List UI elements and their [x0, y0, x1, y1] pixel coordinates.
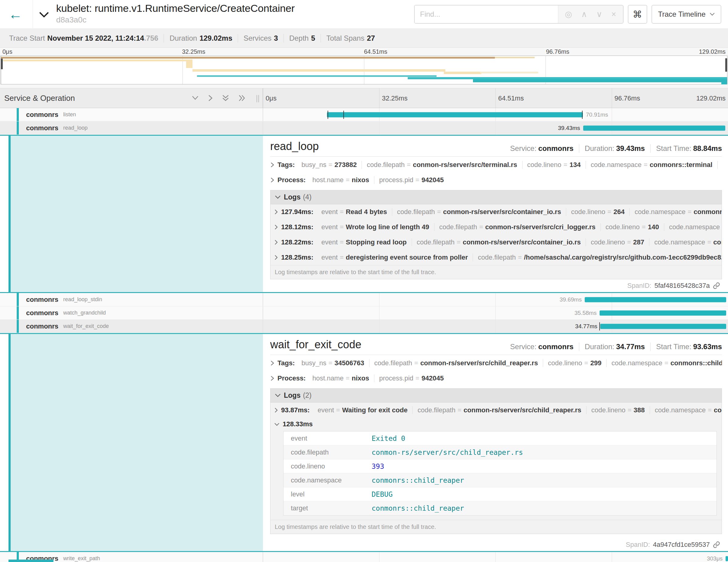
log-field-row: targetconmonrs::child_reaper: [284, 501, 716, 515]
span-bar-track[interactable]: 39.43ms: [263, 121, 728, 135]
trace-duration: Duration129.02ms: [164, 34, 238, 43]
process-row[interactable]: Process: host.name=nixosprocess.pid=9420…: [270, 173, 722, 187]
key-value-field: code.lineno=388: [586, 406, 650, 414]
key-value-field: code.lineno=140: [600, 223, 664, 231]
next-span-detail-edge: [9, 560, 53, 562]
span-row-read-loop-stdin[interactable]: conmonrs read_loop_stdin 39.69ms: [0, 293, 728, 306]
logs-note: Log timestamps are relative to the start…: [270, 520, 722, 534]
span-bar-track[interactable]: 34.77ms: [263, 320, 728, 333]
minimap-span-segment: [186, 60, 193, 68]
trace-services: Services3: [238, 34, 283, 43]
span-color-bar: [17, 121, 19, 135]
detail-meta: Service:conmonrs Duration:34.77ms Start …: [510, 342, 722, 351]
minimap-canvas[interactable]: [1, 56, 727, 84]
collapse-trace-chevron-icon[interactable]: [39, 12, 49, 18]
tags-row[interactable]: Tags: busy_ns=34506763code.filepath=conm…: [270, 356, 722, 370]
minimap-span-segment: [1, 57, 495, 59]
locate-icon[interactable]: ◎: [565, 9, 572, 19]
log-timestamp: 128.33ms: [283, 420, 313, 428]
span-row-write-exit-path[interactable]: conmonrs write_exit_path 303μs: [0, 552, 728, 562]
log-event-tick: [343, 111, 344, 119]
key-value-field: process.pid=942045: [374, 374, 449, 382]
minimap-span-segment: [480, 72, 538, 73]
span-color-bar: [17, 306, 19, 319]
span-duration-bar[interactable]: [726, 556, 728, 561]
service-operation-header: Service & Operation: [0, 88, 263, 108]
key-value-field: busy_ns=273882: [297, 161, 362, 169]
span-bar-track[interactable]: 39.69ms: [263, 293, 728, 306]
service-name: conmonrs: [26, 296, 58, 304]
span-detail-read-loop: read_loop Service:conmonrs Duration:39.4…: [0, 135, 728, 293]
span-bar-track[interactable]: 70.91ms: [263, 108, 728, 121]
chevron-down-icon: [274, 422, 280, 426]
span-row-wait-for-exit-code[interactable]: conmonrs wait_for_exit_code 34.77ms: [0, 320, 728, 333]
log-field-row: eventExited 0: [284, 431, 716, 445]
timeline-ruler: 0μs 32.25ms 64.51ms 96.76ms 129.02ms: [263, 88, 728, 108]
span-row-listen[interactable]: conmonrs listen 70.91ms: [0, 108, 728, 121]
span-duration-bar[interactable]: [600, 324, 726, 329]
view-selector-button[interactable]: Trace Timeline: [651, 5, 722, 24]
find-prev-icon[interactable]: ∧: [581, 9, 587, 19]
operation-name: write_exit_path: [63, 555, 100, 562]
service-name: conmonrs: [26, 111, 58, 119]
span-duration-label: 35.58ms: [574, 310, 597, 316]
span-row-read-loop[interactable]: conmonrs read_loop 39.43ms: [0, 121, 728, 135]
copy-link-icon[interactable]: [713, 541, 720, 548]
expand-all-icon[interactable]: [238, 94, 246, 102]
span-duration-bar[interactable]: [600, 310, 726, 315]
back-button[interactable]: ←: [5, 7, 26, 22]
process-row[interactable]: Process: host.name=nixosprocess.pid=9420…: [270, 371, 722, 385]
expand-one-icon[interactable]: [208, 94, 213, 102]
tags-row[interactable]: Tags: busy_ns=273882code.filepath=conmon…: [270, 158, 722, 172]
find-clear-icon[interactable]: ×: [611, 10, 616, 19]
logs-header[interactable]: Logs (4): [270, 190, 722, 204]
minimap-tick-labels: 0μs 32.25ms 64.51ms 96.76ms 129.02ms: [0, 48, 728, 56]
log-entry[interactable]: 128.25ms: event=deregistering event sour…: [270, 250, 722, 265]
log-fields-table: eventExited 0code.filepathconmon-rs/serv…: [283, 431, 717, 516]
key-value-field: code.lineno=299: [543, 359, 606, 367]
span-bar-track[interactable]: 303μs: [263, 552, 728, 562]
copy-link-icon[interactable]: [713, 282, 720, 289]
ruler-tick: 32.25ms: [379, 94, 407, 102]
span-bar-track[interactable]: 35.58ms: [263, 306, 728, 319]
chevron-right-icon: [270, 360, 274, 366]
ruler-tick: 64.51ms: [495, 94, 524, 102]
log-entry[interactable]: 128.22ms: event=Stopping read loopcode.f…: [270, 235, 722, 250]
log-entry-expanded[interactable]: 128.33ms: [270, 418, 722, 431]
span-duration-bar[interactable]: [327, 112, 583, 117]
span-row-watch-grandchild[interactable]: conmonrs watch_grandchild 35.58ms: [0, 306, 728, 320]
span-color-bar: [17, 320, 19, 333]
minimap-right-handle[interactable]: [725, 58, 727, 72]
log-event-tick: [582, 111, 583, 119]
log-timestamp: 128.22ms:: [281, 238, 313, 246]
minimap-span-segment: [3, 60, 192, 61]
span-id-value: 4a947cfd1ce59537: [653, 541, 710, 549]
minimap-left-handle[interactable]: [1, 57, 3, 69]
jaeger-trace-timeline-page: ← kubelet: runtime.v1.RuntimeService/Cre…: [0, 0, 728, 562]
keyboard-shortcuts-button[interactable]: ⌘: [628, 5, 647, 24]
service-operation-label: Service & Operation: [4, 94, 75, 103]
find-next-icon[interactable]: ∨: [596, 9, 602, 19]
trace-start: Trace StartNovember 15 2022, 11:24:14.75…: [4, 34, 164, 43]
log-field-row: levelDEBUG: [284, 487, 716, 501]
log-field-row: code.lineno393: [284, 459, 716, 473]
span-duration-label: 303μs: [707, 555, 723, 562]
span-duration-bar[interactable]: [585, 297, 726, 302]
minimap-tick: 129.02ms: [699, 48, 726, 55]
column-resize-grip[interactable]: [257, 95, 259, 102]
log-entry[interactable]: 93.87ms: event=Waiting for exit codecode…: [270, 403, 722, 418]
find-input[interactable]: [415, 5, 558, 23]
logs-header[interactable]: Logs (2): [270, 389, 722, 403]
logs-note: Log timestamps are relative to the start…: [270, 265, 722, 279]
collapse-all-icon[interactable]: [222, 94, 229, 102]
service-name: conmonrs: [26, 309, 58, 317]
span-duration-bar[interactable]: [583, 125, 725, 131]
key-value-field: code.lineno=264: [566, 208, 629, 216]
log-field-row: code.namespaceconmonrs::child_reaper: [284, 473, 716, 487]
minimap-span-segment: [444, 72, 481, 74]
log-entry[interactable]: 128.12ms: event=Wrote log line of length…: [270, 220, 722, 235]
collapse-one-icon[interactable]: [192, 96, 199, 100]
key-value-field: event=Waiting for exit code: [313, 406, 412, 414]
service-name: conmonrs: [26, 124, 58, 132]
log-entry[interactable]: 127.94ms: event=Read 4 bytescode.filepat…: [270, 204, 722, 220]
